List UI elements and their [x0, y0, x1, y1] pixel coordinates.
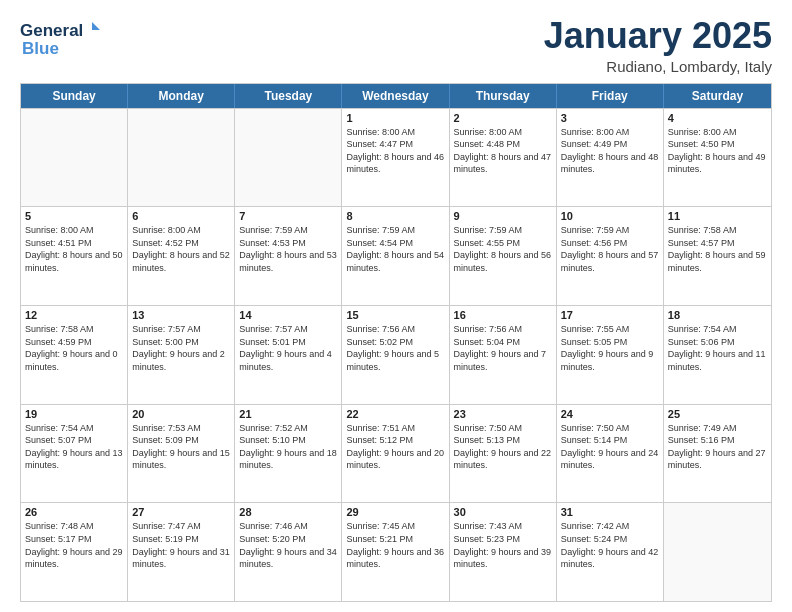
day-number: 7 [239, 210, 337, 222]
day-info: Sunrise: 7:42 AM Sunset: 5:24 PM Dayligh… [561, 520, 659, 570]
calendar-day-header: Thursday [450, 84, 557, 108]
calendar-subtitle: Rudiano, Lombardy, Italy [544, 58, 772, 75]
day-number: 23 [454, 408, 552, 420]
calendar-cell: 12Sunrise: 7:58 AM Sunset: 4:59 PM Dayli… [21, 306, 128, 404]
day-info: Sunrise: 7:56 AM Sunset: 5:04 PM Dayligh… [454, 323, 552, 373]
calendar-cell: 30Sunrise: 7:43 AM Sunset: 5:23 PM Dayli… [450, 503, 557, 601]
calendar-cell [21, 109, 128, 207]
calendar-cell: 24Sunrise: 7:50 AM Sunset: 5:14 PM Dayli… [557, 405, 664, 503]
day-number: 24 [561, 408, 659, 420]
day-number: 20 [132, 408, 230, 420]
day-info: Sunrise: 7:55 AM Sunset: 5:05 PM Dayligh… [561, 323, 659, 373]
calendar-title: January 2025 [544, 16, 772, 56]
calendar-cell: 29Sunrise: 7:45 AM Sunset: 5:21 PM Dayli… [342, 503, 449, 601]
day-info: Sunrise: 7:57 AM Sunset: 5:01 PM Dayligh… [239, 323, 337, 373]
calendar-cell: 3Sunrise: 8:00 AM Sunset: 4:49 PM Daylig… [557, 109, 664, 207]
day-info: Sunrise: 7:46 AM Sunset: 5:20 PM Dayligh… [239, 520, 337, 570]
day-info: Sunrise: 7:59 AM Sunset: 4:55 PM Dayligh… [454, 224, 552, 274]
day-info: Sunrise: 7:51 AM Sunset: 5:12 PM Dayligh… [346, 422, 444, 472]
day-info: Sunrise: 7:53 AM Sunset: 5:09 PM Dayligh… [132, 422, 230, 472]
calendar-body: 1Sunrise: 8:00 AM Sunset: 4:47 PM Daylig… [21, 108, 771, 601]
title-block: January 2025 Rudiano, Lombardy, Italy [544, 16, 772, 75]
day-number: 3 [561, 112, 659, 124]
day-info: Sunrise: 8:00 AM Sunset: 4:50 PM Dayligh… [668, 126, 767, 176]
calendar-cell: 6Sunrise: 8:00 AM Sunset: 4:52 PM Daylig… [128, 207, 235, 305]
calendar-week-row: 1Sunrise: 8:00 AM Sunset: 4:47 PM Daylig… [21, 108, 771, 207]
calendar-cell: 5Sunrise: 8:00 AM Sunset: 4:51 PM Daylig… [21, 207, 128, 305]
day-info: Sunrise: 8:00 AM Sunset: 4:49 PM Dayligh… [561, 126, 659, 176]
day-number: 1 [346, 112, 444, 124]
calendar-day-header: Wednesday [342, 84, 449, 108]
day-number: 19 [25, 408, 123, 420]
day-number: 14 [239, 309, 337, 321]
page: General Blue January 2025 Rudiano, Lomba… [0, 0, 792, 612]
calendar-week-row: 5Sunrise: 8:00 AM Sunset: 4:51 PM Daylig… [21, 206, 771, 305]
calendar-cell: 28Sunrise: 7:46 AM Sunset: 5:20 PM Dayli… [235, 503, 342, 601]
day-number: 25 [668, 408, 767, 420]
day-number: 27 [132, 506, 230, 518]
day-number: 4 [668, 112, 767, 124]
calendar-cell: 23Sunrise: 7:50 AM Sunset: 5:13 PM Dayli… [450, 405, 557, 503]
day-info: Sunrise: 8:00 AM Sunset: 4:51 PM Dayligh… [25, 224, 123, 274]
calendar-cell: 22Sunrise: 7:51 AM Sunset: 5:12 PM Dayli… [342, 405, 449, 503]
day-number: 28 [239, 506, 337, 518]
calendar-cell: 17Sunrise: 7:55 AM Sunset: 5:05 PM Dayli… [557, 306, 664, 404]
svg-text:Blue: Blue [22, 39, 59, 58]
day-info: Sunrise: 7:58 AM Sunset: 4:59 PM Dayligh… [25, 323, 123, 373]
day-number: 29 [346, 506, 444, 518]
calendar-cell: 7Sunrise: 7:59 AM Sunset: 4:53 PM Daylig… [235, 207, 342, 305]
header: General Blue January 2025 Rudiano, Lomba… [20, 16, 772, 75]
day-info: Sunrise: 7:54 AM Sunset: 5:06 PM Dayligh… [668, 323, 767, 373]
day-number: 16 [454, 309, 552, 321]
day-number: 15 [346, 309, 444, 321]
calendar: SundayMondayTuesdayWednesdayThursdayFrid… [20, 83, 772, 602]
calendar-week-row: 26Sunrise: 7:48 AM Sunset: 5:17 PM Dayli… [21, 502, 771, 601]
day-number: 6 [132, 210, 230, 222]
day-info: Sunrise: 7:52 AM Sunset: 5:10 PM Dayligh… [239, 422, 337, 472]
calendar-cell: 10Sunrise: 7:59 AM Sunset: 4:56 PM Dayli… [557, 207, 664, 305]
day-number: 2 [454, 112, 552, 124]
calendar-day-header: Tuesday [235, 84, 342, 108]
svg-marker-2 [92, 22, 100, 30]
day-info: Sunrise: 8:00 AM Sunset: 4:48 PM Dayligh… [454, 126, 552, 176]
day-info: Sunrise: 7:48 AM Sunset: 5:17 PM Dayligh… [25, 520, 123, 570]
day-number: 17 [561, 309, 659, 321]
day-info: Sunrise: 7:54 AM Sunset: 5:07 PM Dayligh… [25, 422, 123, 472]
day-info: Sunrise: 7:47 AM Sunset: 5:19 PM Dayligh… [132, 520, 230, 570]
day-info: Sunrise: 7:43 AM Sunset: 5:23 PM Dayligh… [454, 520, 552, 570]
day-info: Sunrise: 7:59 AM Sunset: 4:53 PM Dayligh… [239, 224, 337, 274]
calendar-cell: 13Sunrise: 7:57 AM Sunset: 5:00 PM Dayli… [128, 306, 235, 404]
day-info: Sunrise: 8:00 AM Sunset: 4:52 PM Dayligh… [132, 224, 230, 274]
svg-text:General: General [20, 21, 83, 40]
logo: General Blue [20, 16, 100, 60]
calendar-cell: 20Sunrise: 7:53 AM Sunset: 5:09 PM Dayli… [128, 405, 235, 503]
day-number: 30 [454, 506, 552, 518]
calendar-day-header: Monday [128, 84, 235, 108]
day-number: 5 [25, 210, 123, 222]
calendar-day-header: Saturday [664, 84, 771, 108]
calendar-cell: 4Sunrise: 8:00 AM Sunset: 4:50 PM Daylig… [664, 109, 771, 207]
calendar-day-header: Sunday [21, 84, 128, 108]
day-number: 26 [25, 506, 123, 518]
day-info: Sunrise: 7:49 AM Sunset: 5:16 PM Dayligh… [668, 422, 767, 472]
day-number: 31 [561, 506, 659, 518]
day-info: Sunrise: 7:45 AM Sunset: 5:21 PM Dayligh… [346, 520, 444, 570]
calendar-week-row: 12Sunrise: 7:58 AM Sunset: 4:59 PM Dayli… [21, 305, 771, 404]
calendar-week-row: 19Sunrise: 7:54 AM Sunset: 5:07 PM Dayli… [21, 404, 771, 503]
calendar-header: SundayMondayTuesdayWednesdayThursdayFrid… [21, 84, 771, 108]
calendar-cell: 31Sunrise: 7:42 AM Sunset: 5:24 PM Dayli… [557, 503, 664, 601]
calendar-cell: 25Sunrise: 7:49 AM Sunset: 5:16 PM Dayli… [664, 405, 771, 503]
day-number: 18 [668, 309, 767, 321]
calendar-cell: 19Sunrise: 7:54 AM Sunset: 5:07 PM Dayli… [21, 405, 128, 503]
day-info: Sunrise: 7:59 AM Sunset: 4:54 PM Dayligh… [346, 224, 444, 274]
calendar-cell [128, 109, 235, 207]
calendar-cell: 11Sunrise: 7:58 AM Sunset: 4:57 PM Dayli… [664, 207, 771, 305]
calendar-cell: 8Sunrise: 7:59 AM Sunset: 4:54 PM Daylig… [342, 207, 449, 305]
calendar-cell: 15Sunrise: 7:56 AM Sunset: 5:02 PM Dayli… [342, 306, 449, 404]
calendar-cell: 14Sunrise: 7:57 AM Sunset: 5:01 PM Dayli… [235, 306, 342, 404]
day-number: 13 [132, 309, 230, 321]
day-number: 12 [25, 309, 123, 321]
day-info: Sunrise: 8:00 AM Sunset: 4:47 PM Dayligh… [346, 126, 444, 176]
calendar-cell: 16Sunrise: 7:56 AM Sunset: 5:04 PM Dayli… [450, 306, 557, 404]
day-info: Sunrise: 7:58 AM Sunset: 4:57 PM Dayligh… [668, 224, 767, 274]
